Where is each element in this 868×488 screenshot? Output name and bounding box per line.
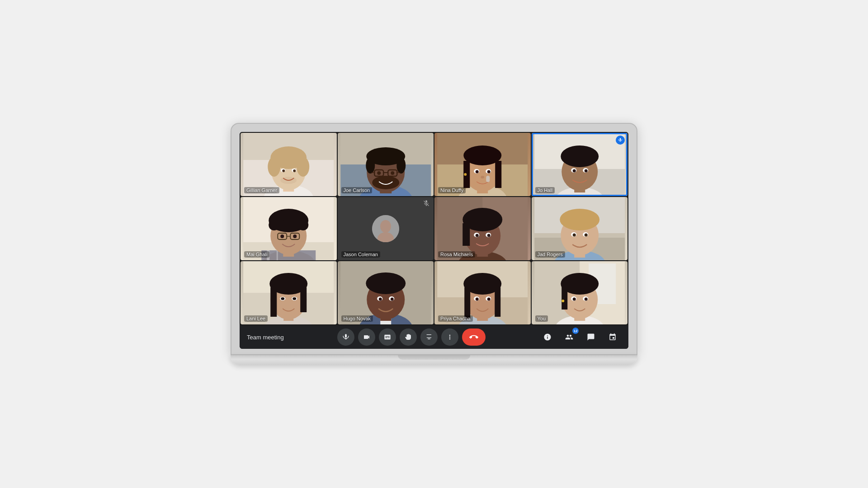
svg-point-109 bbox=[292, 297, 296, 300]
svg-point-119 bbox=[390, 298, 393, 301]
laptop-screen: Gillian Garner bbox=[231, 123, 637, 355]
participant-cell-priya: Priya Chadha bbox=[434, 261, 531, 324]
svg-rect-36 bbox=[495, 161, 501, 188]
svg-point-54 bbox=[584, 169, 587, 173]
chat-button[interactable] bbox=[582, 328, 599, 346]
svg-point-40 bbox=[476, 170, 479, 174]
participant-cell-jason: Jason Coleman bbox=[338, 197, 434, 260]
svg-point-69 bbox=[275, 218, 284, 227]
present-button[interactable] bbox=[420, 328, 438, 346]
participant-cell-jad: Jad Rogers bbox=[532, 197, 628, 260]
svg-rect-105 bbox=[300, 287, 307, 312]
meeting-toolbar: Team meeting bbox=[240, 325, 628, 349]
svg-point-72 bbox=[293, 235, 297, 238]
mic-off-icon bbox=[423, 200, 430, 208]
svg-point-27 bbox=[377, 171, 381, 175]
svg-point-140 bbox=[561, 300, 564, 302]
svg-rect-82 bbox=[462, 223, 470, 246]
name-jad: Jad Rogers bbox=[535, 251, 565, 258]
name-gillian: Gillian Garner bbox=[244, 187, 279, 193]
svg-point-6 bbox=[268, 157, 280, 177]
captions-button[interactable] bbox=[379, 328, 396, 346]
name-rosa: Rosa Michaels bbox=[438, 251, 475, 258]
participant-cell-joe: Joe Carlson bbox=[338, 133, 434, 196]
toolbar-controls bbox=[337, 328, 486, 346]
laptop-container: Gillian Garner bbox=[231, 123, 637, 365]
svg-point-7 bbox=[297, 157, 309, 177]
svg-point-96 bbox=[572, 234, 576, 237]
participant-count-badge: 12 bbox=[572, 328, 579, 334]
name-mai: Mai Ghali bbox=[244, 251, 269, 258]
svg-point-20 bbox=[396, 157, 406, 174]
laptop-notch bbox=[398, 355, 470, 360]
svg-point-86 bbox=[487, 234, 491, 237]
name-jo: Jo Hall bbox=[535, 187, 555, 193]
toolbar-right-controls: 12 bbox=[539, 328, 621, 346]
svg-rect-43 bbox=[486, 176, 490, 182]
camera-button[interactable] bbox=[358, 328, 375, 346]
name-joe: Joe Carlson bbox=[341, 187, 373, 193]
participant-cell-rosa: Rosa Michaels bbox=[434, 197, 531, 260]
participant-cell-hugo: Hugo Novak bbox=[338, 261, 434, 324]
svg-point-19 bbox=[366, 157, 375, 174]
name-jason: Jason Coleman bbox=[341, 251, 380, 258]
svg-point-53 bbox=[572, 169, 576, 173]
svg-point-28 bbox=[391, 171, 394, 175]
mic-button[interactable] bbox=[337, 328, 354, 346]
svg-point-144 bbox=[584, 298, 587, 301]
svg-point-11 bbox=[293, 169, 296, 172]
svg-point-108 bbox=[281, 297, 284, 300]
svg-point-143 bbox=[572, 298, 576, 301]
participant-cell-nina: Nina Duffy bbox=[434, 133, 531, 196]
raise-hand-button[interactable] bbox=[400, 328, 417, 346]
svg-point-93 bbox=[560, 209, 599, 230]
participants-button[interactable]: 12 bbox=[561, 328, 578, 346]
svg-point-42 bbox=[481, 176, 484, 178]
end-call-button[interactable] bbox=[462, 328, 486, 346]
svg-point-118 bbox=[378, 298, 382, 301]
participant-cell-you: You bbox=[532, 261, 628, 324]
svg-point-50 bbox=[561, 145, 599, 167]
svg-point-10 bbox=[282, 169, 285, 172]
active-speaker-icon bbox=[616, 136, 625, 145]
participant-cell-mai: Mai Ghali bbox=[241, 197, 337, 260]
svg-rect-126 bbox=[464, 287, 470, 319]
svg-rect-139 bbox=[561, 287, 567, 310]
svg-point-70 bbox=[293, 218, 302, 227]
svg-point-37 bbox=[464, 173, 467, 176]
name-you: You bbox=[535, 315, 548, 322]
info-button[interactable] bbox=[539, 328, 556, 346]
svg-point-41 bbox=[487, 170, 491, 174]
svg-point-130 bbox=[476, 298, 479, 301]
activities-button[interactable] bbox=[604, 328, 621, 346]
name-hugo: Hugo Novak bbox=[341, 315, 373, 322]
avatar-jason bbox=[372, 215, 399, 242]
svg-point-71 bbox=[280, 235, 284, 238]
svg-point-85 bbox=[476, 234, 479, 237]
name-nina: Nina Duffy bbox=[438, 187, 466, 193]
participant-cell-gillian: Gillian Garner bbox=[241, 133, 337, 196]
svg-point-131 bbox=[487, 298, 491, 301]
svg-rect-127 bbox=[495, 287, 500, 317]
laptop-base bbox=[231, 355, 637, 365]
svg-rect-104 bbox=[270, 287, 277, 317]
more-options-button[interactable] bbox=[441, 328, 458, 346]
name-priya: Priya Chadha bbox=[438, 315, 473, 322]
participant-cell-jo: Jo Hall bbox=[532, 133, 628, 196]
screen-content: Gillian Garner bbox=[240, 132, 628, 349]
video-grid: Gillian Garner bbox=[240, 132, 628, 325]
svg-point-74 bbox=[380, 220, 391, 233]
svg-point-97 bbox=[584, 234, 587, 237]
name-lani: Lani Lee bbox=[244, 315, 268, 322]
meeting-title-label: Team meeting bbox=[247, 334, 284, 341]
svg-point-115 bbox=[366, 272, 406, 294]
participant-cell-lani: Lani Lee bbox=[241, 261, 337, 324]
